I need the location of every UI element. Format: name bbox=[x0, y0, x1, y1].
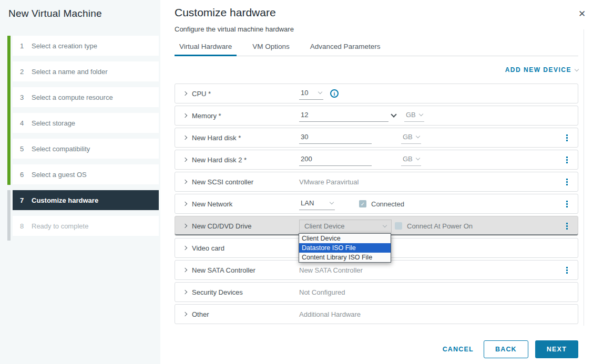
unit-select[interactable]: GB bbox=[401, 154, 421, 166]
row-label-text: New Hard disk 2 * bbox=[192, 156, 247, 164]
expand-chevron-icon[interactable] bbox=[183, 158, 187, 162]
footer-actions: CANCEL BACK NEXT bbox=[439, 340, 578, 358]
kebab-dot-icon bbox=[566, 181, 568, 183]
selected-value: Client Device bbox=[304, 222, 345, 230]
dropdown-option-datastore-iso-file[interactable]: Datastore ISO File bbox=[299, 243, 391, 253]
value-input[interactable]: 200 bbox=[299, 154, 372, 166]
row-control: 10i bbox=[299, 88, 571, 100]
dropdown-option-content-library-iso-file[interactable]: Content Library ISO File bbox=[299, 253, 391, 262]
dropdown-option-client-device[interactable]: Client Device bbox=[299, 234, 391, 243]
sidebar-step-select-a-creation-type[interactable]: 1Select a creation type bbox=[13, 36, 159, 56]
row-label: Other bbox=[183, 310, 299, 318]
kebab-menu-button[interactable] bbox=[562, 222, 571, 231]
unit-select[interactable]: GB bbox=[404, 110, 424, 122]
kebab-dot-icon bbox=[566, 184, 568, 185]
kebab-dot-icon bbox=[566, 157, 568, 158]
kebab-menu-button[interactable] bbox=[562, 133, 571, 142]
selected-value: 10 bbox=[301, 89, 308, 97]
value-select[interactable]: LAN bbox=[299, 198, 335, 210]
add-new-device-label: ADD NEW DEVICE bbox=[505, 66, 571, 74]
kebab-dot-icon bbox=[566, 179, 568, 180]
row-label-text: CPU * bbox=[192, 90, 211, 98]
kebab-dot-icon bbox=[566, 162, 568, 163]
row-label: New CD/DVD Drive bbox=[183, 222, 299, 230]
kebab-dot-icon bbox=[566, 267, 568, 268]
sidebar-step-ready-to-complete[interactable]: 8Ready to complete bbox=[13, 216, 159, 236]
step-number: 6 bbox=[20, 171, 32, 179]
kebab-dot-icon bbox=[566, 159, 568, 161]
step-label: Select a name and folder bbox=[32, 68, 108, 76]
chevron-down-icon bbox=[383, 223, 387, 227]
sidebar-step-select-a-guest-os[interactable]: 6Select a guest OS bbox=[13, 164, 159, 184]
kebab-menu-button[interactable] bbox=[562, 266, 571, 275]
row-label-text: New SATA Controller bbox=[192, 266, 255, 274]
kebab-menu-button[interactable] bbox=[562, 200, 571, 209]
row-control: Additional Hardware bbox=[299, 310, 571, 318]
wizard-sidebar: New Virtual Machine 1Select a creation t… bbox=[0, 0, 160, 364]
kebab-dot-icon bbox=[566, 134, 568, 136]
expand-chevron-icon[interactable] bbox=[183, 180, 187, 184]
selected-value: LAN bbox=[301, 199, 314, 207]
expand-chevron-icon[interactable] bbox=[183, 91, 187, 96]
expand-chevron-icon[interactable] bbox=[183, 246, 187, 250]
row-label: Video card bbox=[183, 244, 299, 252]
hw-row-new-hard-disk: New Hard disk *30GB bbox=[175, 128, 578, 148]
sidebar-step-customize-hardware[interactable]: 7Customize hardware bbox=[13, 190, 159, 210]
scrollbar[interactable] bbox=[584, 29, 584, 326]
cd-device-select[interactable]: Client Device bbox=[299, 220, 392, 233]
row-control: 12GB bbox=[299, 110, 571, 122]
chevron-down-icon bbox=[330, 200, 334, 204]
hw-row-cpu: CPU *10i bbox=[175, 84, 578, 103]
expand-chevron-icon[interactable] bbox=[183, 136, 187, 140]
cancel-button[interactable]: CANCEL bbox=[439, 340, 477, 358]
info-icon[interactable]: i bbox=[330, 89, 339, 98]
value-input[interactable]: 12 bbox=[299, 110, 388, 122]
hw-row-other: OtherAdditional Hardware bbox=[175, 304, 578, 324]
value-input[interactable]: 30 bbox=[299, 132, 372, 144]
expand-chevron-icon[interactable] bbox=[183, 290, 187, 294]
kebab-menu-button[interactable] bbox=[562, 155, 571, 164]
chevron-down-icon bbox=[419, 111, 423, 116]
step-label: Ready to complete bbox=[32, 222, 88, 230]
step-number: 8 bbox=[20, 222, 32, 230]
close-button[interactable]: ✕ bbox=[576, 7, 588, 20]
next-button[interactable]: NEXT bbox=[535, 340, 578, 358]
sidebar-step-select-a-name-and-folder[interactable]: 2Select a name and folder bbox=[13, 61, 159, 81]
combo-chevron-down-icon[interactable] bbox=[391, 111, 396, 117]
unit-value: GB bbox=[406, 111, 416, 119]
tab-bar: Virtual HardwareVM OptionsAdvanced Param… bbox=[175, 39, 578, 56]
unit-select[interactable]: GB bbox=[401, 132, 421, 144]
tab-virtual-hardware[interactable]: Virtual Hardware bbox=[175, 39, 237, 56]
row-control: Client DeviceConnect At Power On bbox=[299, 220, 562, 233]
expand-chevron-icon[interactable] bbox=[183, 113, 187, 118]
step-number: 3 bbox=[20, 93, 32, 101]
step-label: Select storage bbox=[32, 119, 75, 127]
tab-advanced-parameters[interactable]: Advanced Parameters bbox=[305, 39, 385, 56]
connect-at-power-on-checkbox[interactable] bbox=[395, 222, 402, 230]
value-select[interactable]: 10 bbox=[299, 88, 323, 100]
step-number: 4 bbox=[20, 119, 32, 127]
sidebar-step-select-storage[interactable]: 4Select storage bbox=[13, 113, 159, 133]
kebab-dot-icon bbox=[566, 140, 568, 141]
sidebar-step-select-compatibility[interactable]: 5Select compatibility bbox=[13, 139, 159, 159]
back-button[interactable]: BACK bbox=[484, 340, 528, 358]
unit-value: GB bbox=[403, 155, 413, 163]
add-new-device-button[interactable]: ADD NEW DEVICE bbox=[505, 66, 578, 74]
expand-chevron-icon[interactable] bbox=[183, 202, 187, 206]
expand-chevron-icon[interactable] bbox=[183, 312, 187, 316]
row-label: New Hard disk 2 * bbox=[183, 156, 299, 164]
checkbox-label: Connect At Power On bbox=[407, 222, 473, 230]
page-subtitle: Configure the virtual machine hardware bbox=[175, 25, 578, 33]
tab-vm-options[interactable]: VM Options bbox=[248, 39, 294, 56]
kebab-menu-button[interactable] bbox=[562, 178, 571, 186]
row-label: New Hard disk * bbox=[183, 134, 299, 142]
step-label: Select a creation type bbox=[32, 42, 97, 50]
row-control: 30GB bbox=[299, 132, 562, 144]
row-label-text: Memory * bbox=[192, 112, 221, 120]
expand-chevron-icon[interactable] bbox=[183, 268, 187, 272]
expand-chevron-icon[interactable] bbox=[183, 224, 187, 228]
row-control: Not Configured bbox=[299, 288, 571, 296]
sidebar-step-select-a-compute-resource[interactable]: 3Select a compute resource bbox=[13, 87, 159, 107]
connected-checkbox[interactable]: ✓ bbox=[359, 200, 366, 207]
hw-row-security-devices: Security DevicesNot Configured bbox=[175, 282, 578, 302]
